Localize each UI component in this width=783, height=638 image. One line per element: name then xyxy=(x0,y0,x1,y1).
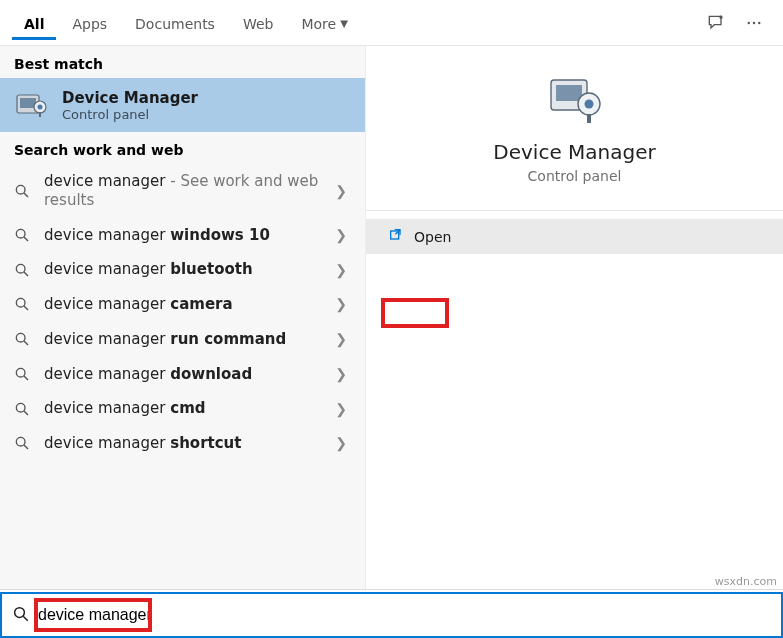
search-icon xyxy=(14,296,32,312)
svg-point-0 xyxy=(720,16,722,18)
scope-tabs: All Apps Documents Web More ▼ xyxy=(0,0,783,46)
chevron-right-icon[interactable]: ❯ xyxy=(335,401,351,417)
svg-point-2 xyxy=(753,21,755,23)
results-list: Best match Device Manager Control panel xyxy=(0,46,365,589)
svg-point-3 xyxy=(758,21,760,23)
best-match-subtitle: Control panel xyxy=(62,107,198,122)
tab-all[interactable]: All xyxy=(12,6,56,40)
tab-apps[interactable]: Apps xyxy=(60,6,119,40)
annotation-highlight-open xyxy=(381,298,449,328)
svg-line-16 xyxy=(24,306,28,310)
svg-point-19 xyxy=(16,368,25,377)
svg-point-13 xyxy=(16,264,25,273)
suggestion-item[interactable]: device manager download❯ xyxy=(0,357,365,392)
suggestion-item[interactable]: device manager shortcut❯ xyxy=(0,426,365,461)
chevron-right-icon[interactable]: ❯ xyxy=(335,262,351,278)
open-action[interactable]: Open xyxy=(366,219,783,254)
svg-line-20 xyxy=(24,376,28,380)
chevron-right-icon[interactable]: ❯ xyxy=(335,435,351,451)
best-match-title: Device Manager xyxy=(62,89,198,107)
section-best-match: Best match xyxy=(0,46,365,78)
svg-line-18 xyxy=(24,341,28,345)
svg-line-12 xyxy=(24,237,28,241)
svg-line-22 xyxy=(24,411,28,415)
suggestion-text: device manager run command xyxy=(44,330,323,349)
watermark: wsxdn.com xyxy=(715,575,777,588)
suggestion-text: device manager - See work and web result… xyxy=(44,172,323,210)
search-icon xyxy=(12,605,30,626)
svg-rect-29 xyxy=(587,114,591,123)
chevron-right-icon[interactable]: ❯ xyxy=(335,183,351,199)
search-bar[interactable] xyxy=(0,592,783,638)
suggestion-item[interactable]: device manager cmd❯ xyxy=(0,391,365,426)
svg-rect-8 xyxy=(39,112,41,117)
svg-line-14 xyxy=(24,272,28,276)
open-label: Open xyxy=(414,229,451,245)
suggestion-item[interactable]: device manager windows 10❯ xyxy=(0,218,365,253)
preview-header: Device Manager Control panel xyxy=(366,46,783,206)
suggestion-item[interactable]: device manager bluetooth❯ xyxy=(0,252,365,287)
best-match-item[interactable]: Device Manager Control panel xyxy=(0,78,365,132)
suggestion-text: device manager shortcut xyxy=(44,434,323,453)
svg-line-32 xyxy=(23,616,28,621)
chevron-down-icon: ▼ xyxy=(340,18,348,29)
preview-title: Device Manager xyxy=(493,140,655,164)
search-icon xyxy=(14,435,32,451)
chevron-right-icon[interactable]: ❯ xyxy=(335,227,351,243)
feedback-icon[interactable] xyxy=(699,6,733,40)
search-icon xyxy=(14,227,32,243)
svg-point-7 xyxy=(38,105,43,110)
device-manager-icon xyxy=(14,88,48,122)
suggestion-text: device manager camera xyxy=(44,295,323,314)
svg-point-28 xyxy=(584,100,593,109)
tab-documents[interactable]: Documents xyxy=(123,6,227,40)
preview-pane: Device Manager Control panel Open xyxy=(365,46,783,589)
svg-rect-26 xyxy=(556,85,582,101)
search-flyout: All Apps Documents Web More ▼ Best match xyxy=(0,0,783,590)
tab-more-label: More xyxy=(301,16,336,32)
device-manager-large-icon xyxy=(545,72,605,126)
search-icon xyxy=(14,366,32,382)
svg-point-15 xyxy=(16,299,25,308)
search-icon xyxy=(14,401,32,417)
svg-line-10 xyxy=(24,193,28,197)
svg-point-21 xyxy=(16,403,25,412)
search-icon xyxy=(14,262,32,278)
section-search-web: Search work and web xyxy=(0,132,365,164)
open-icon xyxy=(388,227,404,246)
svg-line-24 xyxy=(24,445,28,449)
suggestion-text: device manager windows 10 xyxy=(44,226,323,245)
svg-point-17 xyxy=(16,333,25,342)
svg-point-9 xyxy=(16,185,25,194)
chevron-right-icon[interactable]: ❯ xyxy=(335,366,351,382)
search-icon xyxy=(14,183,32,199)
preview-subtitle: Control panel xyxy=(528,168,622,184)
tab-web[interactable]: Web xyxy=(231,6,286,40)
divider xyxy=(366,210,783,211)
svg-point-31 xyxy=(15,607,25,617)
svg-point-1 xyxy=(748,21,750,23)
suggestion-item[interactable]: device manager camera❯ xyxy=(0,287,365,322)
more-options-icon[interactable] xyxy=(737,6,771,40)
suggestion-text: device manager bluetooth xyxy=(44,260,323,279)
results-area: Best match Device Manager Control panel xyxy=(0,46,783,589)
suggestion-item[interactable]: device manager run command❯ xyxy=(0,322,365,357)
svg-point-11 xyxy=(16,229,25,238)
best-match-text: Device Manager Control panel xyxy=(62,89,198,122)
tab-more[interactable]: More ▼ xyxy=(289,6,359,40)
suggestion-text: device manager download xyxy=(44,365,323,384)
chevron-right-icon[interactable]: ❯ xyxy=(335,331,351,347)
chevron-right-icon[interactable]: ❯ xyxy=(335,296,351,312)
svg-point-23 xyxy=(16,438,25,447)
search-icon xyxy=(14,331,32,347)
suggestion-text: device manager cmd xyxy=(44,399,323,418)
search-input[interactable] xyxy=(38,606,771,624)
suggestion-item[interactable]: device manager - See work and web result… xyxy=(0,164,365,218)
